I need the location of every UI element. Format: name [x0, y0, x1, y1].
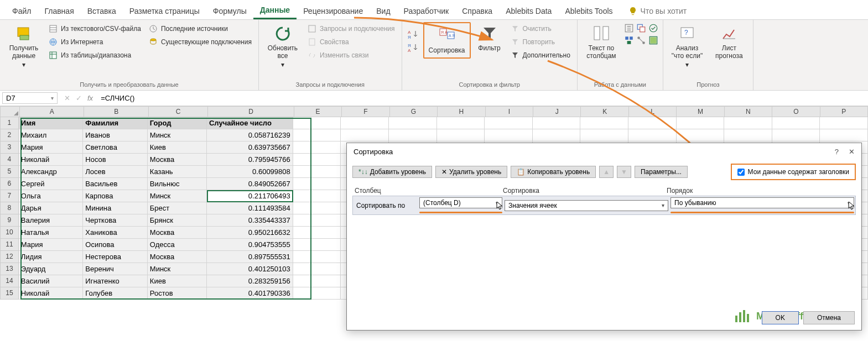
cell-C7[interactable]: Минск — [148, 190, 207, 202]
cell-A15[interactable]: Николай — [19, 287, 84, 300]
cell-N2[interactable] — [724, 129, 772, 141]
delete-level-button[interactable]: ✕Удалить уровень — [435, 166, 507, 178]
tab-data[interactable]: Данные — [253, 2, 297, 19]
col-header-K[interactable]: K — [581, 106, 628, 117]
cell-C5[interactable]: Казань — [148, 166, 207, 178]
cell-D3[interactable]: 0.639735667 — [207, 141, 293, 154]
row-header[interactable]: 14 — [0, 275, 19, 287]
cell-A14[interactable]: Василий — [19, 275, 84, 287]
cell-B2[interactable]: Иванов — [83, 129, 148, 141]
forecast-button[interactable]: Лист прогноза — [710, 22, 749, 62]
tab-file[interactable]: Файл — [6, 3, 38, 19]
cell-A3[interactable]: Мария — [19, 141, 84, 154]
cell-A4[interactable]: Николай — [19, 154, 84, 166]
col-header-B[interactable]: B — [84, 106, 148, 117]
cell-B3[interactable]: Светлова — [83, 141, 148, 154]
validation-icon[interactable] — [648, 23, 658, 33]
flash-fill-icon[interactable] — [624, 23, 634, 33]
cell-D13[interactable]: 0.401250103 — [207, 263, 293, 275]
add-level-button[interactable]: *↓↓Добавить уровень — [352, 166, 432, 178]
cell-D14[interactable]: 0.283259156 — [207, 275, 293, 287]
cell-C8[interactable]: Брест — [148, 202, 207, 214]
cell-E6[interactable] — [293, 178, 341, 190]
row-header[interactable]: 7 — [0, 190, 19, 202]
cell-E13[interactable] — [293, 263, 341, 275]
tab-ablebits-tools[interactable]: Ablebits Tools — [558, 3, 619, 19]
headers-checkbox[interactable]: Мои данные содержат заголовки — [731, 164, 856, 180]
cancel-button[interactable]: Отмена — [803, 311, 855, 324]
remove-dup-icon[interactable] — [636, 23, 646, 33]
cell-E11[interactable] — [293, 239, 341, 251]
cell-B10[interactable]: Ханикова — [83, 227, 148, 239]
tab-view[interactable]: Вид — [370, 3, 397, 19]
sort-button[interactable]: Я АА Я Сортировка — [427, 24, 467, 56]
cell-H1[interactable] — [437, 117, 485, 129]
get-data-button[interactable]: Получить данные▾ — [4, 22, 43, 71]
cell-A1[interactable]: Имя — [19, 117, 84, 129]
cell-B1[interactable]: Фамилия — [83, 117, 148, 129]
row-header[interactable]: 1 — [0, 117, 19, 129]
cell-D5[interactable]: 0.60099808 — [207, 166, 293, 178]
cell-F1[interactable] — [341, 117, 389, 129]
options-button[interactable]: Параметры... — [635, 166, 688, 178]
col-header-O[interactable]: O — [772, 106, 820, 117]
row-header[interactable]: 11 — [0, 239, 19, 251]
col-header-J[interactable]: J — [533, 106, 581, 117]
tab-help[interactable]: Справка — [455, 3, 499, 19]
cell-C14[interactable]: Киев — [148, 275, 207, 287]
cell-D6[interactable]: 0.849052667 — [207, 178, 293, 190]
col-header-A[interactable]: A — [20, 106, 84, 117]
sort-on-dropdown[interactable]: Значения ячеек▾ — [505, 200, 668, 211]
cell-K2[interactable] — [580, 129, 628, 141]
cell-I1[interactable] — [485, 117, 533, 129]
cell-B4[interactable]: Носов — [83, 154, 148, 166]
refresh-all-button[interactable]: Обновить все▾ — [263, 22, 302, 71]
cell-L1[interactable] — [628, 117, 677, 129]
col-header-C[interactable]: C — [149, 106, 208, 117]
row-header[interactable]: 3 — [0, 141, 19, 154]
queries-button[interactable]: Запросы и подключения — [305, 23, 397, 34]
cell-B14[interactable]: Игнатенко — [83, 275, 148, 287]
consolidate-icon[interactable] — [624, 35, 634, 45]
cell-L2[interactable] — [628, 129, 677, 141]
cell-D15[interactable]: 0.401790336 — [207, 287, 293, 300]
cell-B5[interactable]: Лосев — [83, 166, 148, 178]
cell-J2[interactable] — [533, 129, 581, 141]
row-header[interactable]: 2 — [0, 129, 19, 141]
select-all-corner[interactable] — [0, 106, 20, 117]
enter-formula-icon[interactable]: ✓ — [76, 94, 82, 102]
cell-G2[interactable] — [389, 129, 437, 141]
cell-O2[interactable] — [772, 129, 820, 141]
cell-C3[interactable]: Киев — [148, 141, 207, 154]
tab-developer[interactable]: Разработчик — [397, 3, 456, 19]
cell-B15[interactable]: Голубев — [83, 287, 148, 300]
cell-D7[interactable]: 0.211706493 — [207, 190, 293, 202]
copy-level-button[interactable]: 📋Копировать уровень — [511, 166, 596, 178]
from-csv-button[interactable]: Из текстового/CSV-файла — [46, 23, 143, 34]
cell-A9[interactable]: Валерия — [19, 214, 84, 227]
tell-me[interactable]: Что вы хотит — [628, 7, 687, 15]
cell-D9[interactable]: 0.335443337 — [207, 214, 293, 227]
tab-insert[interactable]: Вставка — [81, 3, 123, 19]
col-header-F[interactable]: F — [342, 106, 389, 117]
row-header[interactable]: 15 — [0, 287, 19, 300]
row-header[interactable]: 8 — [0, 202, 19, 214]
filter-button[interactable]: Фильтр — [474, 22, 505, 54]
cell-C1[interactable]: Город — [148, 117, 207, 129]
cell-A8[interactable]: Дарья — [19, 202, 84, 214]
cell-B12[interactable]: Нестерова — [83, 251, 148, 263]
row-header[interactable]: 6 — [0, 178, 19, 190]
data-model-icon[interactable] — [648, 35, 658, 45]
cell-M2[interactable] — [677, 129, 725, 141]
sort-order-dropdown[interactable]: По убыванию▾ — [671, 197, 854, 208]
text-to-columns-button[interactable]: Текст по столбцам — [582, 22, 621, 62]
cell-O1[interactable] — [772, 117, 820, 129]
advanced-filter-button[interactable]: Дополнительно — [508, 50, 573, 61]
cell-C6[interactable]: Вильнюс — [148, 178, 207, 190]
sort-asc-icon[interactable]: АЯ — [407, 29, 420, 40]
relationships-icon[interactable] — [636, 35, 646, 45]
cell-J1[interactable] — [533, 117, 581, 129]
sort-column-dropdown[interactable]: (Столбец D)▾ — [419, 197, 502, 208]
row-header[interactable]: 9 — [0, 214, 19, 227]
col-header-L[interactable]: L — [629, 106, 677, 117]
